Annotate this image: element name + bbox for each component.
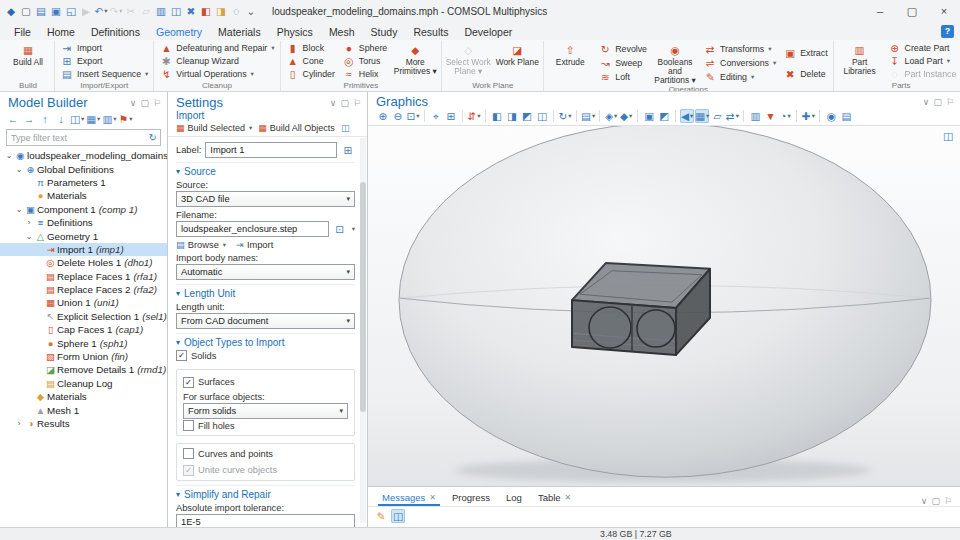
view-yz-icon[interactable]: ◨ [505, 109, 519, 123]
select-filter-icon[interactable]: ✚▾ [801, 109, 815, 123]
panel-menu-icon[interactable]: ∨ [130, 98, 137, 108]
curves-points-checkbox[interactable]: Curves and points [183, 448, 273, 460]
sweep-button[interactable]: ↝Sweep [596, 57, 649, 69]
tree-item-parameters-1[interactable]: πParameters 1 [0, 176, 167, 189]
redo-icon[interactable]: ↷▾ [109, 4, 123, 18]
virtual-operations-button[interactable]: ↯Virtual Operations▾ [157, 68, 276, 80]
messages-tab-log[interactable]: Log [498, 490, 530, 506]
move-down-icon[interactable]: ↓ [54, 112, 68, 126]
messages-tab-progress[interactable]: Progress [444, 490, 498, 506]
pin-panel-icon[interactable]: ⚐ [944, 496, 952, 506]
tree-item-definitions[interactable]: ›≡Definitions [0, 216, 167, 229]
model-tree-menu-icon[interactable]: ▥▾ [102, 112, 116, 126]
helix-button[interactable]: ≈Helix [340, 68, 389, 80]
tree-item-loudspeaker-modeling-domains-mph[interactable]: ⌄◉loudspeaker_modeling_domains.mph(root) [0, 149, 167, 162]
show-menu-icon[interactable]: ◫▾ [70, 112, 84, 126]
tree-item-results[interactable]: ›◑Results [0, 417, 167, 430]
back-icon[interactable]: ← [6, 112, 20, 126]
window-settings-icon[interactable]: ◧ [199, 4, 213, 18]
tab-home[interactable]: Home [39, 24, 83, 40]
tree-item-global-definitions[interactable]: ⌄⊕Global Definitions [0, 162, 167, 175]
rename-icon[interactable]: ⊞ [341, 143, 355, 157]
tree-item-union-1[interactable]: ▦Union 1(uni1) [0, 296, 167, 309]
browse-button[interactable]: ▤Browse▾ [176, 239, 226, 250]
tab-mesh[interactable]: Mesh [321, 24, 363, 40]
zoom-in-icon[interactable]: ⊕ [376, 109, 390, 123]
environment-menu-icon[interactable]: ◆▾ [619, 109, 633, 123]
graphics-canvas[interactable]: ◫ [368, 126, 960, 486]
tolerance-input[interactable]: 1E-5 [176, 514, 355, 527]
appearance-menu-icon[interactable]: ◈▾ [604, 109, 618, 123]
float-panel-icon[interactable]: ▢ [340, 98, 349, 108]
tab-file[interactable]: File [6, 24, 39, 40]
forward-icon[interactable]: → [22, 112, 36, 126]
move-up-icon[interactable]: ↑ [38, 112, 52, 126]
preview-icon[interactable]: ◱ [64, 4, 78, 18]
cylinder-button[interactable]: ▯Cylinder [284, 68, 337, 80]
build-selected-button[interactable]: ▦ Build Selected▾ [176, 123, 252, 133]
print-icon[interactable]: ▤ [839, 109, 853, 123]
collapse-arrow-icon[interactable]: ⌄ [14, 165, 24, 174]
close-tab-icon[interactable]: ✕ [565, 493, 572, 502]
cleanup-wizard-button[interactable]: ✱Cleanup Wizard [157, 55, 276, 67]
tab-geometry[interactable]: Geometry [148, 24, 210, 40]
tab-physics[interactable]: Physics [269, 24, 321, 40]
go-to-default-view-icon[interactable]: ⌖ [429, 109, 443, 123]
rotate-view-icon[interactable]: ↻▾ [558, 109, 572, 123]
work-plane-button[interactable]: ◪Work Plane [494, 41, 540, 81]
snapshot-icon[interactable]: ◉ [824, 109, 838, 123]
tree-item-geometry-1[interactable]: ⌄△Geometry 1 [0, 229, 167, 242]
loft-button[interactable]: ≋Loft [596, 71, 649, 83]
insert-sequence-button[interactable]: ▤Insert Sequence▾ [58, 68, 150, 80]
view-flip-icon[interactable]: ◫ [535, 109, 549, 123]
expand-arrow-icon[interactable]: › [14, 419, 24, 428]
tree-item-mesh-1[interactable]: ▲Mesh 1 [0, 403, 167, 416]
cut-icon[interactable]: ✂ [124, 4, 138, 18]
float-panel-icon[interactable]: ▢ [140, 98, 149, 108]
tab-materials[interactable]: Materials [210, 24, 269, 40]
update-cad-button[interactable]: ◫ [341, 123, 350, 133]
copy-image-icon[interactable]: ▱ [710, 109, 724, 123]
render-mode-icon[interactable]: ▦▾ [695, 109, 709, 123]
collapse-menu-icon[interactable]: ▦▾ [86, 112, 100, 126]
tree-item-materials[interactable]: ●Materials [0, 189, 167, 202]
interactive-positioning-icon[interactable]: ⇄▾ [725, 109, 739, 123]
save-icon[interactable]: ▣ [49, 4, 63, 18]
qat-customize-icon[interactable]: ⌄ [244, 4, 258, 18]
collapse-arrow-icon[interactable]: ⌄ [4, 151, 14, 160]
collapse-arrow-icon[interactable]: ⌄ [24, 232, 34, 241]
conversions-button[interactable]: ⇌Conversions▾ [701, 57, 778, 69]
transparency-icon[interactable]: ◩ [657, 109, 671, 123]
load-part-button[interactable]: ↧Load Part▾ [886, 55, 960, 67]
file-options-icon[interactable]: ⊡ [333, 222, 347, 236]
open-icon[interactable]: ▤ [34, 4, 48, 18]
messages-tab-messages[interactable]: Messages✕ [374, 490, 444, 506]
cone-button[interactable]: ▲Cone [284, 55, 337, 67]
tree-item-replace-faces-1[interactable]: ▤Replace Faces 1(rfa1) [0, 270, 167, 283]
revolve-button[interactable]: ↻Revolve [596, 43, 649, 55]
filename-input[interactable]: loudspeaker_enclosure.step [176, 221, 329, 237]
surfaces-checkbox[interactable]: ✓Surfaces [183, 376, 235, 388]
hide-objects-icon[interactable]: ▼ [763, 109, 777, 123]
tree-item-replace-faces-2[interactable]: ▤Replace Faces 2(rfa2) [0, 283, 167, 296]
torus-button[interactable]: ◎Torus [340, 55, 389, 67]
zoom-selected-icon[interactable]: ⊡▾ [406, 109, 420, 123]
extract-button[interactable]: ▣Extract [781, 47, 829, 59]
tab-study[interactable]: Study [363, 24, 406, 40]
sphere-button[interactable]: ●Sphere [340, 42, 389, 54]
tree-item-sphere-1[interactable]: ●Sphere 1(sph1) [0, 336, 167, 349]
editing-button[interactable]: ✎Editing▾ [701, 71, 778, 83]
tree-item-materials[interactable]: ◆Materials [0, 390, 167, 403]
delete-icon[interactable]: ✖ [184, 4, 198, 18]
pin-panel-icon[interactable]: ⚐ [946, 97, 954, 107]
fill-holes-checkbox[interactable]: Fill holes [183, 420, 348, 432]
new-file-icon[interactable]: ▢ [19, 4, 33, 18]
clear-messages-icon[interactable]: ✎ [374, 509, 388, 523]
defeaturing-and-repair-button[interactable]: ▲Defeaturing and Repair▾ [157, 42, 276, 54]
run-icon[interactable]: ▶ [79, 4, 93, 18]
clip-planes-icon[interactable]: ▥ [748, 109, 762, 123]
pin-panel-icon[interactable]: ⚐ [353, 98, 361, 108]
tree-item-remove-details-1[interactable]: ◪Remove Details 1(rmd1) [0, 363, 167, 376]
messages-tab-table[interactable]: Table✕ [530, 490, 579, 506]
help-icon[interactable]: ? [941, 25, 954, 38]
